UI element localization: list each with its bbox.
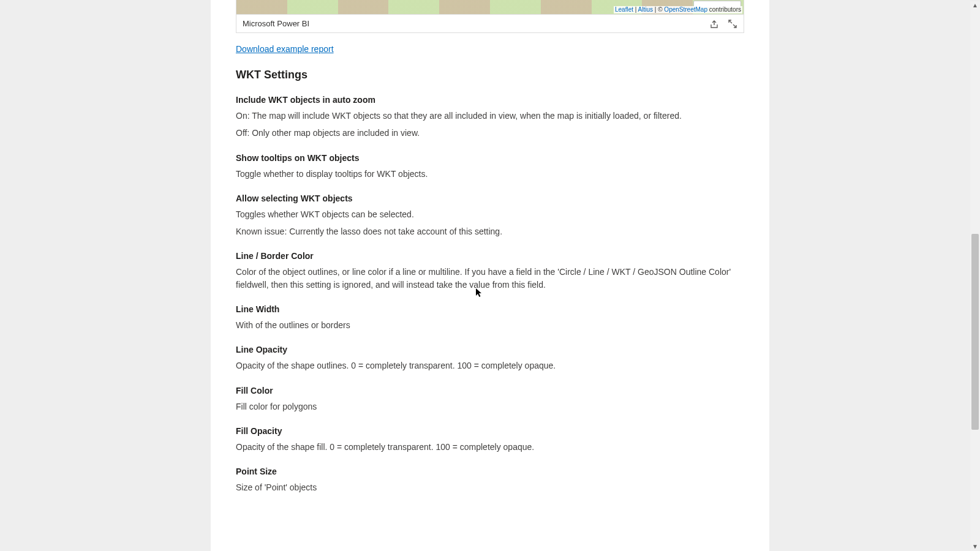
paragraph: Toggles whether WKT objects can be selec… — [236, 208, 744, 220]
subhead-allow-selecting: Allow selecting WKT objects — [236, 193, 744, 203]
share-icon[interactable] — [709, 19, 719, 29]
scrollbar-arrow-up-icon[interactable]: ▲ — [970, 0, 980, 10]
map-attrib-osm[interactable]: OpenStreetMap — [664, 6, 707, 13]
paragraph: With of the outlines or borders — [236, 319, 744, 331]
scrollbar-arrow-down-icon[interactable]: ▼ — [970, 541, 980, 551]
viewport: Leaflet | Altius | © OpenStreetMap contr… — [0, 0, 980, 551]
map-attrib-vendor[interactable]: Altius — [638, 6, 653, 13]
map-preview: Leaflet | Altius | © OpenStreetMap contr… — [236, 0, 744, 15]
paragraph: Opacity of the shape outlines. 0 = compl… — [236, 359, 744, 372]
subhead-fill-color: Fill Color — [236, 386, 744, 395]
paragraph: Known issue: Currently the lasso does no… — [236, 225, 744, 238]
subhead-include-wkt-autozoom: Include WKT objects in auto zoom — [236, 95, 744, 105]
map-attrib-leaflet[interactable]: Leaflet — [615, 6, 633, 13]
vertical-scrollbar[interactable]: ▲ ▼ — [970, 1, 980, 551]
paragraph: Off: Only other map objects are included… — [236, 127, 744, 139]
subhead-line-border-color: Line / Border Color — [236, 251, 744, 261]
paragraph: Opacity of the shape fill. 0 = completel… — [236, 441, 744, 453]
document-page: Leaflet | Altius | © OpenStreetMap contr… — [211, 0, 769, 551]
subhead-line-opacity: Line Opacity — [236, 345, 744, 354]
subhead-fill-opacity: Fill Opacity — [236, 426, 744, 436]
paragraph: Toggle whether to display tooltips for W… — [236, 168, 744, 180]
powerbi-embed-bar: Microsoft Power BI — [236, 15, 744, 33]
powerbi-title: Microsoft Power BI — [243, 19, 309, 28]
paragraph: Fill color for polygons — [236, 400, 744, 413]
paragraph: Color of the object outlines, or line co… — [236, 266, 744, 291]
scrollbar-thumb[interactable] — [971, 234, 979, 430]
fullscreen-icon[interactable] — [728, 19, 737, 29]
subhead-line-width: Line Width — [236, 304, 744, 314]
paragraph: On: The map will include WKT objects so … — [236, 110, 744, 122]
section-title-wkt-settings: WKT Settings — [236, 69, 744, 81]
subhead-show-tooltips: Show tooltips on WKT objects — [236, 153, 744, 163]
paragraph: Size of 'Point' objects — [236, 481, 744, 493]
subhead-point-size: Point Size — [236, 467, 744, 476]
article-content: Download example report WKT Settings Inc… — [236, 33, 744, 494]
map-attribution: Leaflet | Altius | © OpenStreetMap contr… — [614, 6, 742, 13]
download-report-link[interactable]: Download example report — [236, 44, 334, 54]
